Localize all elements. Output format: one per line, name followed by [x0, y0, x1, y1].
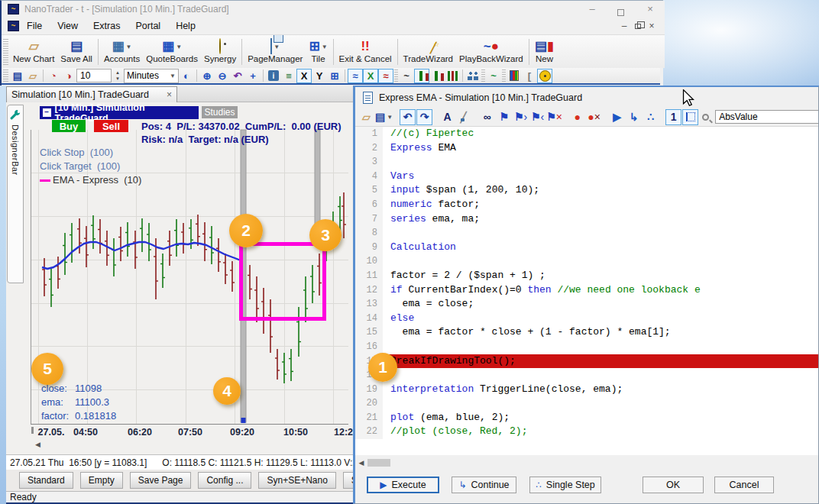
chevron-down-icon[interactable]: ▼	[322, 44, 328, 50]
tool-bracket[interactable]: [	[522, 69, 537, 83]
menu-view[interactable]: View	[50, 18, 86, 34]
tool-save[interactable]: ▤	[10, 69, 25, 83]
editor-tool-redo[interactable]: ↷	[416, 109, 432, 125]
tool-line-study-3[interactable]: ≈	[378, 69, 393, 83]
tool-switch-chart[interactable]: ⊞	[327, 69, 342, 83]
toolbar-button-pagemanager[interactable]: ▼PageManager	[244, 36, 306, 68]
editor-tool-open[interactable]: ▱	[358, 109, 374, 125]
toolbar-button-tile[interactable]: ⊞▼Tile	[306, 36, 330, 68]
menu-extras[interactable]: Extras	[86, 18, 128, 34]
editor-tool-breakpoint[interactable]: ●	[569, 109, 585, 125]
tool-y-axis[interactable]: Y	[312, 69, 327, 83]
toolbar-button-new-doc[interactable]: ▤▮New	[532, 36, 557, 68]
editor-titlebar[interactable]: Express EMA - Simulation [10 Min.] Trade…	[355, 87, 818, 108]
editor-tool-line-numbers-toggle[interactable]: 1	[665, 109, 681, 125]
toolbar-button-playbackwizard[interactable]: ~●PlayBackWizard	[456, 36, 526, 68]
page-tab-config-[interactable]: Config ...	[198, 472, 251, 489]
editor-tool-format-brush[interactable]	[456, 109, 472, 125]
page-tab-empty[interactable]: Empty	[80, 472, 123, 489]
studies-button[interactable]: Studies	[202, 106, 238, 118]
tool-fit-chart[interactable]: +	[245, 69, 261, 83]
tool-bar-chart[interactable]	[429, 69, 445, 83]
editor-tool-font[interactable]: A	[439, 109, 455, 125]
designerbar-tab[interactable]: DesignerBar	[7, 105, 24, 283]
tool-open[interactable]: ▱	[25, 69, 40, 83]
editor-tool-search[interactable]	[699, 109, 715, 125]
buy-button[interactable]: Buy	[52, 120, 86, 132]
chevron-down-icon[interactable]: ▼	[274, 44, 280, 50]
tool-zoom-in[interactable]: ⊕	[199, 69, 215, 83]
tool-undo[interactable]: ↶	[230, 69, 245, 83]
sell-button[interactable]: Sell	[94, 120, 128, 132]
editor-hscrollbar[interactable]: ◀	[355, 457, 818, 469]
editor-tool-run[interactable]: ▶	[609, 109, 625, 125]
collapse-icon[interactable]: −	[43, 108, 51, 117]
tool-alarm-chart[interactable]: ◔	[46, 69, 61, 83]
page-tab-stresste[interactable]: StressTe	[343, 472, 353, 489]
tool-zoom-out[interactable]: ⊖	[215, 69, 230, 83]
code-editor[interactable]: 1//(c) Fipertec2Express EMA34Vars5input …	[355, 127, 818, 455]
scroll-left-icon[interactable]: ◀	[355, 459, 367, 467]
toolbar-button-new-chart[interactable]: ▱New Chart	[10, 36, 57, 68]
tab-close-icon[interactable]: ×	[167, 89, 172, 100]
scrollbar-thumb[interactable]	[367, 459, 390, 467]
spinner-arrows-icon[interactable]: ▲▼	[115, 69, 120, 82]
tool-line-chart[interactable]: ~	[399, 69, 414, 83]
chevron-down-icon[interactable]: ▼	[126, 44, 132, 50]
toolbar-button-save-all[interactable]: ▤Save All	[57, 36, 95, 68]
tool-line-study-1[interactable]: ≈	[348, 69, 363, 83]
tool-indicator-lines[interactable]: ≡	[281, 69, 296, 83]
chart-title-bar[interactable]: − [10 Min.] Simulation TradeGuard	[40, 106, 199, 119]
button-execute[interactable]: ▶Execute	[367, 477, 439, 493]
toolbar-button-exit-cancel[interactable]: !!Exit & Cancel	[336, 36, 395, 68]
toolbar-grip[interactable]	[3, 69, 8, 82]
page-tab-syn-se-nano[interactable]: Syn+SE+Nano	[258, 472, 335, 489]
tool-line-study-2[interactable]: X	[363, 69, 378, 83]
toolbar-button-tradewizard[interactable]: TradeWizard	[400, 36, 456, 68]
tool-info[interactable]: i	[266, 69, 281, 83]
toolbar-grip[interactable]	[3, 38, 8, 64]
editor-tool-save[interactable]: ▤▼	[375, 109, 393, 125]
editor-tool-find[interactable]: ∞	[479, 109, 495, 125]
mdi-restore-button[interactable]	[631, 21, 645, 31]
button-cancel[interactable]: Cancel	[714, 477, 774, 493]
tool-accounts-people[interactable]	[465, 69, 481, 83]
button-continue[interactable]: ↳Continue	[452, 477, 516, 493]
page-tab-standard[interactable]: Standard	[19, 472, 73, 489]
toolbar-button-synergy[interactable]: Synergy	[201, 36, 239, 68]
period-unit-select[interactable]: Minutes▼	[124, 69, 179, 83]
tool-zigzag[interactable]: ~	[486, 69, 501, 83]
tool-period-clock[interactable]: ◑	[61, 69, 76, 83]
search-input[interactable]	[715, 110, 819, 124]
editor-tool-single-step[interactable]: ∴	[643, 109, 659, 125]
chevron-down-icon[interactable]: ▼	[176, 44, 182, 50]
editor-tool-clear-breakpoints[interactable]: ●×	[586, 109, 602, 125]
editor-tool-selection-margin-toggle[interactable]	[682, 109, 698, 125]
editor-tool-undo[interactable]: ↶	[400, 109, 416, 125]
chart-scroll-left-icon[interactable]: ◀	[35, 441, 40, 448]
toolbar-button-quoteboards[interactable]: ▦▼QuoteBoards	[143, 36, 201, 68]
mdi-minimize-button[interactable]: –	[617, 21, 631, 31]
menu-portal[interactable]: Portal	[128, 18, 168, 34]
tool-synergy-toggle[interactable]	[537, 69, 552, 83]
editor-tool-bookmark-prev[interactable]: ⚑‹	[529, 109, 545, 125]
editor-tool-bookmark-clear[interactable]: ⚑×	[546, 109, 562, 125]
minimize-button[interactable]: –	[584, 3, 600, 15]
mdi-close-button[interactable]: ×	[645, 21, 659, 31]
tool-candle-chart[interactable]	[414, 69, 429, 83]
editor-tool-bookmark-toggle[interactable]: ⚑	[496, 109, 512, 125]
editor-tool-bookmark-next[interactable]: ⚑›	[513, 109, 529, 125]
tool-color-bars[interactable]	[507, 69, 522, 83]
tool-volume-chart[interactable]	[445, 69, 460, 83]
tab-simulation-tradeguard[interactable]: Simulation [10 Min.] TradeGuard ×	[6, 86, 177, 102]
toolbar-button-accounts[interactable]: ▦▼Accounts	[101, 36, 143, 68]
tool-x-axis[interactable]: X	[296, 69, 312, 83]
button-ok[interactable]: OK	[643, 477, 704, 493]
menu-help[interactable]: Help	[168, 18, 203, 34]
page-tab-save-page[interactable]: Save Page	[130, 472, 192, 489]
period-value-input[interactable]: 10▲▼	[76, 69, 112, 82]
menu-file[interactable]: File	[19, 18, 50, 34]
close-button[interactable]: ×	[642, 3, 659, 15]
editor-tool-run-to-cursor[interactable]: ↳	[626, 109, 642, 125]
button-single-step[interactable]: ∴Single Step	[529, 477, 601, 493]
